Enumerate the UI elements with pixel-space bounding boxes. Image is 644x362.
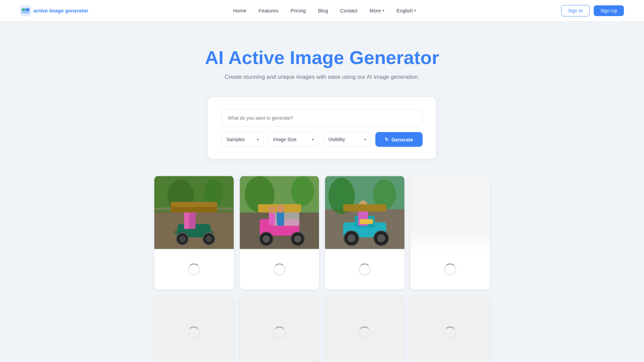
generate-button[interactable]: ↻ Generate [375,132,423,147]
chevron-down-icon: ▾ [364,137,366,142]
image-card-top-6 [240,296,319,362]
image-card-top-1 [154,176,234,249]
nav-links: Home Features Pricing Blog Contact More … [233,8,416,13]
generator-card: Samples ▾ Image Size ▾ Visibility ▾ ↻ Ge… [208,97,436,159]
fade-overlay [411,229,490,249]
hero-title: AI Active Image Generator [205,47,439,68]
visibility-select[interactable]: Visibility ▾ [323,132,371,147]
image-card-2 [240,176,319,290]
svg-rect-22 [171,202,217,207]
refresh-icon: ↻ [385,137,389,142]
svg-rect-21 [171,206,217,213]
image-card-4 [411,176,490,290]
chevron-down-icon: ▾ [312,137,314,142]
samples-label: Samples [226,137,245,142]
image-card-bottom-3 [325,249,405,290]
logo-icon [20,5,31,16]
chevron-down-icon: ▾ [414,8,416,13]
svg-point-35 [268,206,275,214]
photo-scene-3 [325,176,405,249]
photo-scene-1 [154,176,234,249]
svg-rect-51 [343,204,386,212]
image-size-label: Image Size [273,137,297,142]
hero-subtitle: Create stunning and unique images with e… [205,74,439,80]
navbar-actions: Sign In Sign Up [561,5,624,16]
nav-language-dropdown[interactable]: English ▾ [396,8,416,13]
visibility-label: Visibility [328,137,345,142]
image-grid [154,176,490,362]
image-card-top-4 [411,176,490,249]
navbar: active image generator Home Features Pri… [0,0,644,21]
svg-rect-3 [25,9,30,11]
image-card-top-5 [154,296,234,362]
nav-more-dropdown[interactable]: More ▾ [370,8,384,13]
controls-row: Samples ▾ Image Size ▾ Visibility ▾ ↻ Ge… [221,132,423,147]
samples-select[interactable]: Samples ▾ [221,132,264,147]
logo[interactable]: active image generator [20,5,88,16]
svg-point-26 [291,176,314,206]
svg-point-37 [276,204,284,213]
loading-spinner-4 [444,263,456,276]
svg-rect-34 [269,212,275,225]
svg-rect-50 [360,219,373,224]
image-card-5 [154,296,234,362]
image-size-select[interactable]: Image Size ▾ [268,132,319,147]
generate-label: Generate [391,137,413,142]
nav-home[interactable]: Home [233,8,247,13]
image-card-7 [325,296,405,362]
image-card-top-2 [240,176,319,249]
image-grid-section [154,176,490,362]
signin-button[interactable]: Sign In [561,5,590,16]
nav-contact[interactable]: Contact [340,8,358,13]
image-card-1 [154,176,234,290]
image-card-8 [411,296,490,362]
image-card-6 [240,296,319,362]
loading-spinner-5 [188,326,200,339]
image-card-bottom-1 [154,249,234,290]
svg-point-32 [294,235,301,243]
loading-spinner-6 [273,326,285,339]
loading-spinner-1 [188,263,200,276]
svg-rect-4 [22,11,29,13]
svg-point-47 [377,234,385,242]
loading-spinner-7 [359,326,371,339]
svg-rect-19 [184,211,189,229]
prompt-input[interactable] [221,109,423,127]
logo-text: active image generator [34,8,88,13]
svg-point-45 [347,234,356,242]
image-card-top-3 [325,176,405,249]
svg-point-16 [206,236,212,242]
svg-point-30 [262,235,270,243]
photo-scene-2 [240,176,319,249]
signup-button[interactable]: Sign Up [594,5,624,16]
svg-point-14 [179,236,186,242]
image-card-bottom-2 [240,249,319,290]
svg-rect-36 [277,211,284,226]
svg-rect-2 [22,9,25,11]
nav-blog[interactable]: Blog [318,8,328,13]
loading-spinner-8 [444,326,456,339]
image-card-bottom-4 [411,249,490,290]
nav-more-label: More [370,8,381,13]
nav-language-label: English [396,8,413,13]
loading-spinner-2 [273,263,285,276]
image-card-top-8 [411,296,490,362]
main-content: AI Active Image Generator Create stunnin… [0,0,644,362]
image-card-3 [325,176,405,290]
nav-features[interactable]: Features [259,8,278,13]
loading-spinner-3 [359,263,371,276]
nav-pricing[interactable]: Pricing [290,8,306,13]
image-card-top-7 [325,296,405,362]
chevron-down-icon: ▾ [382,8,384,13]
hero-section: AI Active Image Generator Create stunnin… [205,34,439,90]
chevron-down-icon: ▾ [257,137,259,142]
